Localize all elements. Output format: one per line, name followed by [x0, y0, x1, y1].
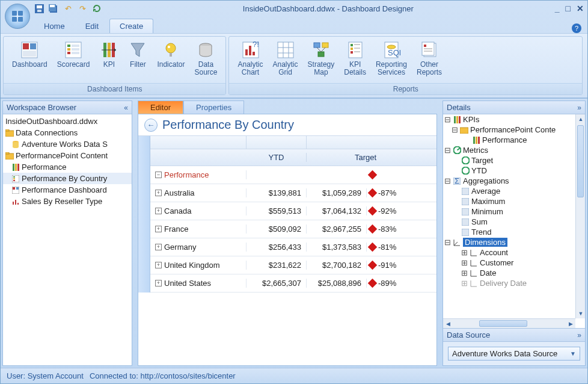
table-row[interactable]: United States$2,665,307$25,088,896-89% [150, 274, 436, 293]
table-row[interactable]: United Kingdom$231,622$2,700,182-91% [150, 256, 436, 274]
close-button[interactable]: ✕ [577, 4, 584, 13]
tree-minimum[interactable]: Minimum [443, 206, 585, 217]
column-header-target[interactable]: Target [307, 153, 424, 162]
tree-account[interactable]: ⊞Account [443, 247, 585, 258]
expand-icon[interactable] [155, 226, 162, 232]
tree-date[interactable]: ⊞Date [443, 268, 585, 278]
expand-icon[interactable]: ⊞ [461, 279, 468, 288]
indicator-button[interactable]: Indicator [152, 39, 189, 70]
tree-performance-kpi[interactable]: Performance [443, 135, 585, 145]
table-row[interactable]: Australia$139,881$1,059,289-87% [150, 184, 436, 202]
undo-icon[interactable]: ↶ [63, 4, 73, 13]
titlebar: ↶ ↷ InsideOutDashboard.ddwx - Dashboard … [1, 1, 587, 16]
table-row[interactable]: France$509,092$2,967,255-83% [150, 220, 436, 238]
svg-rect-5 [37, 5, 42, 8]
tab-create[interactable]: Create [109, 19, 153, 33]
office-orb-button[interactable] [5, 4, 30, 29]
refresh-icon[interactable] [92, 4, 102, 13]
expand-icon[interactable] [155, 280, 162, 286]
expand-icon[interactable]: ⊞ [461, 258, 468, 267]
data-source-dropdown[interactable]: Adventure Works Data Source ▼ [448, 347, 580, 361]
splitter[interactable] [437, 99, 441, 368]
tree-perf-dashboard[interactable]: Performance Dashboard [3, 184, 132, 196]
tree-target[interactable]: Target [443, 155, 585, 166]
collapse-right-icon[interactable]: » [577, 104, 581, 112]
table-row[interactable]: Canada$559,513$7,064,132-92% [150, 202, 436, 220]
collapse-icon[interactable] [155, 172, 162, 178]
indicator-icon [161, 40, 180, 60]
svg-rect-18 [72, 45, 79, 47]
expand-icon[interactable]: ⊞ [461, 248, 468, 257]
row-selector-column[interactable] [138, 136, 150, 293]
scroll-right-icon[interactable]: ▶ [566, 319, 575, 328]
svg-rect-46 [351, 51, 353, 54]
column-header-ytd[interactable]: YTD [247, 153, 307, 162]
collapse-icon[interactable]: ⊟ [444, 146, 451, 155]
table-row[interactable]: Germany$256,433$1,373,583-81% [150, 238, 436, 256]
tree-metrics[interactable]: ⊟Metrics [443, 145, 585, 155]
scroll-left-icon[interactable]: ◀ [443, 319, 453, 328]
kpi-details-button[interactable]: KPI Details [339, 39, 371, 78]
tree-adventure-works[interactable]: Adventure Works Data S [3, 138, 132, 150]
database-icon [196, 40, 215, 60]
tab-editor[interactable]: Editor [138, 101, 183, 114]
tab-edit[interactable]: Edit [76, 19, 108, 33]
minimize-button[interactable]: _ [555, 4, 560, 13]
tree-performance[interactable]: Performance [3, 161, 132, 173]
scroll-thumb[interactable] [577, 125, 584, 197]
collapse-right-icon[interactable]: » [577, 331, 581, 339]
tree-kpis[interactable]: ⊟KPIs [443, 114, 585, 125]
redo-icon[interactable]: ↷ [78, 4, 87, 13]
vertical-scrollbar[interactable]: ▲ ▼ [575, 114, 585, 318]
help-icon[interactable]: ? [572, 23, 581, 33]
expand-icon[interactable]: ⊞ [461, 268, 468, 277]
filter-button[interactable]: Filter [123, 39, 152, 70]
analytic-grid-button[interactable]: Analytic Grid [268, 39, 303, 78]
tree-dimensions[interactable]: ⊟Dimensions [443, 237, 585, 247]
tree-sales-by-reseller[interactable]: Sales By Reseller Type [3, 196, 132, 207]
analytic-chart-button[interactable]: ?!Analytic Chart [233, 39, 268, 78]
tab-properties[interactable]: Properties [183, 101, 244, 114]
svg-rect-71 [13, 187, 15, 190]
tree-ytd[interactable]: YTD [443, 166, 585, 176]
scroll-down-icon[interactable]: ▼ [576, 309, 585, 318]
collapse-icon[interactable]: ⊟ [444, 238, 451, 247]
expand-icon[interactable] [155, 244, 162, 250]
expand-icon[interactable] [155, 262, 162, 268]
tree-pp-content[interactable]: ⊟PerformancePoint Conte [443, 125, 585, 135]
scroll-thumb[interactable] [479, 320, 527, 327]
other-reports-button[interactable]: Other Reports [412, 39, 447, 78]
maximize-button[interactable]: □ [566, 4, 571, 13]
back-arrow-icon[interactable]: ← [144, 119, 158, 132]
tree-file[interactable]: InsideOutDashboard.ddwx [3, 116, 132, 127]
save-icon[interactable] [34, 4, 44, 13]
save-all-icon[interactable] [49, 4, 58, 13]
tree-pp-content[interactable]: PerformancePoint Content [3, 150, 132, 161]
tree-sum[interactable]: Sum [443, 217, 585, 227]
row-performance[interactable]: Performance [164, 170, 209, 179]
kpi-button[interactable]: KPI [94, 39, 123, 70]
tree-delivery-date[interactable]: ⊞Delivery Date [443, 278, 585, 288]
strategy-map-button[interactable]: Strategy Map [303, 39, 340, 78]
tree-customer[interactable]: ⊞Customer [443, 258, 585, 268]
horizontal-scrollbar[interactable]: ◀ ▶ [443, 318, 575, 328]
expand-icon[interactable] [155, 208, 162, 214]
tab-home[interactable]: Home [34, 19, 75, 33]
svg-rect-72 [16, 187, 19, 190]
tree-aggregations[interactable]: ⊟ΣAggregations [443, 176, 585, 186]
expand-icon[interactable] [155, 190, 162, 196]
data-source-button[interactable]: Data Source [189, 39, 222, 78]
tree-trend[interactable]: Trend [443, 227, 585, 237]
tree-data-connections[interactable]: Data Connections [3, 127, 132, 138]
collapse-icon[interactable]: ⊟ [444, 176, 451, 185]
tree-perf-by-country[interactable]: Performance By Country [3, 173, 132, 184]
tree-average[interactable]: Average [443, 186, 585, 196]
scroll-up-icon[interactable]: ▲ [576, 114, 585, 124]
collapse-icon[interactable]: ⊟ [452, 125, 458, 134]
reporting-services-button[interactable]: SQLReporting Services [371, 39, 412, 78]
dashboard-button[interactable]: Dashboard [7, 39, 52, 70]
scorecard-button[interactable]: Scorecard [52, 39, 95, 70]
collapse-left-icon[interactable]: « [124, 104, 128, 112]
tree-maximum[interactable]: Maximum [443, 196, 585, 206]
collapse-icon[interactable]: ⊟ [444, 115, 451, 124]
